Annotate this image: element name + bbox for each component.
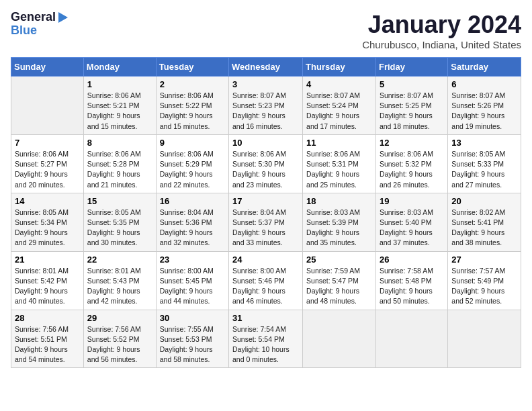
day-number: 23 bbox=[160, 255, 225, 265]
day-number: 10 bbox=[232, 138, 299, 148]
calendar-cell: 29Sunrise: 7:56 AMSunset: 5:52 PMDayligh… bbox=[83, 310, 156, 368]
calendar-cell: 27Sunrise: 7:57 AMSunset: 5:49 PMDayligh… bbox=[448, 251, 521, 310]
calendar-cell bbox=[303, 310, 376, 368]
calendar-cell: 23Sunrise: 8:00 AMSunset: 5:45 PMDayligh… bbox=[156, 251, 228, 310]
calendar-table: SundayMondayTuesdayWednesdayThursdayFrid… bbox=[11, 57, 521, 368]
header-thursday: Thursday bbox=[303, 58, 376, 77]
day-info: Sunrise: 8:07 AMSunset: 5:25 PMDaylight:… bbox=[380, 91, 444, 132]
day-info: Sunrise: 8:06 AMSunset: 5:32 PMDaylight:… bbox=[380, 149, 444, 190]
day-info: Sunrise: 7:55 AMSunset: 5:53 PMDaylight:… bbox=[160, 324, 225, 365]
day-info: Sunrise: 8:05 AMSunset: 5:35 PMDaylight:… bbox=[87, 208, 152, 248]
day-info: Sunrise: 8:05 AMSunset: 5:33 PMDaylight:… bbox=[451, 149, 517, 190]
day-info: Sunrise: 7:56 AMSunset: 5:51 PMDaylight:… bbox=[15, 324, 80, 365]
calendar-cell: 6Sunrise: 8:07 AMSunset: 5:26 PMDaylight… bbox=[448, 77, 521, 135]
calendar-cell: 17Sunrise: 8:04 AMSunset: 5:37 PMDayligh… bbox=[229, 193, 303, 251]
calendar-cell: 13Sunrise: 8:05 AMSunset: 5:33 PMDayligh… bbox=[448, 134, 521, 193]
day-number: 22 bbox=[87, 255, 152, 265]
day-info: Sunrise: 8:06 AMSunset: 5:31 PMDaylight:… bbox=[306, 149, 372, 190]
day-info: Sunrise: 8:04 AMSunset: 5:36 PMDaylight:… bbox=[160, 208, 225, 248]
day-number: 17 bbox=[232, 196, 299, 206]
day-info: Sunrise: 8:06 AMSunset: 5:22 PMDaylight:… bbox=[160, 91, 225, 132]
calendar-cell: 3Sunrise: 8:07 AMSunset: 5:23 PMDaylight… bbox=[229, 77, 303, 135]
day-info: Sunrise: 7:59 AMSunset: 5:47 PMDaylight:… bbox=[306, 266, 372, 307]
calendar-cell: 31Sunrise: 7:54 AMSunset: 5:54 PMDayligh… bbox=[229, 310, 303, 368]
day-number: 21 bbox=[15, 255, 80, 265]
calendar-cell bbox=[11, 77, 84, 135]
day-info: Sunrise: 7:54 AMSunset: 5:54 PMDaylight:… bbox=[232, 324, 299, 365]
calendar-cell: 30Sunrise: 7:55 AMSunset: 5:53 PMDayligh… bbox=[156, 310, 228, 368]
calendar-cell: 10Sunrise: 8:06 AMSunset: 5:30 PMDayligh… bbox=[229, 134, 303, 193]
day-info: Sunrise: 8:03 AMSunset: 5:40 PMDaylight:… bbox=[380, 208, 444, 248]
calendar-cell: 16Sunrise: 8:04 AMSunset: 5:36 PMDayligh… bbox=[156, 193, 228, 251]
calendar-cell: 2Sunrise: 8:06 AMSunset: 5:22 PMDaylight… bbox=[156, 77, 228, 135]
calendar-header-row: SundayMondayTuesdayWednesdayThursdayFrid… bbox=[11, 58, 521, 77]
day-number: 18 bbox=[306, 196, 372, 206]
logo-text-blue: Blue bbox=[11, 24, 37, 38]
calendar-cell: 11Sunrise: 8:06 AMSunset: 5:31 PMDayligh… bbox=[303, 134, 376, 193]
calendar-week-2: 7Sunrise: 8:06 AMSunset: 5:27 PMDaylight… bbox=[11, 134, 521, 193]
calendar-cell: 18Sunrise: 8:03 AMSunset: 5:39 PMDayligh… bbox=[303, 193, 376, 251]
day-info: Sunrise: 8:03 AMSunset: 5:39 PMDaylight:… bbox=[306, 208, 372, 248]
logo-arrow-icon bbox=[58, 12, 68, 23]
calendar-week-5: 28Sunrise: 7:56 AMSunset: 5:51 PMDayligh… bbox=[11, 310, 521, 368]
calendar-cell: 22Sunrise: 8:01 AMSunset: 5:43 PMDayligh… bbox=[83, 251, 156, 310]
day-number: 16 bbox=[160, 196, 225, 206]
header-sunday: Sunday bbox=[11, 58, 84, 77]
calendar-cell: 8Sunrise: 8:06 AMSunset: 5:28 PMDaylight… bbox=[83, 134, 156, 193]
day-info: Sunrise: 8:04 AMSunset: 5:37 PMDaylight:… bbox=[232, 208, 299, 248]
day-number: 15 bbox=[87, 196, 152, 206]
day-info: Sunrise: 8:00 AMSunset: 5:46 PMDaylight:… bbox=[232, 266, 299, 307]
day-number: 6 bbox=[451, 79, 517, 89]
calendar-cell: 28Sunrise: 7:56 AMSunset: 5:51 PMDayligh… bbox=[11, 310, 84, 368]
day-number: 7 bbox=[15, 138, 80, 148]
day-number: 5 bbox=[380, 79, 444, 89]
day-info: Sunrise: 8:01 AMSunset: 5:43 PMDaylight:… bbox=[87, 266, 152, 307]
day-info: Sunrise: 8:06 AMSunset: 5:29 PMDaylight:… bbox=[160, 149, 225, 190]
calendar-cell: 20Sunrise: 8:02 AMSunset: 5:41 PMDayligh… bbox=[448, 193, 521, 251]
day-info: Sunrise: 8:06 AMSunset: 5:21 PMDaylight:… bbox=[87, 91, 152, 132]
day-info: Sunrise: 8:06 AMSunset: 5:30 PMDaylight:… bbox=[232, 149, 299, 190]
calendar-cell: 21Sunrise: 8:01 AMSunset: 5:42 PMDayligh… bbox=[11, 251, 84, 310]
day-number: 24 bbox=[232, 255, 299, 265]
day-number: 14 bbox=[15, 196, 80, 206]
calendar-week-1: 1Sunrise: 8:06 AMSunset: 5:21 PMDaylight… bbox=[11, 77, 521, 135]
day-number: 13 bbox=[451, 138, 517, 148]
calendar-cell: 24Sunrise: 8:00 AMSunset: 5:46 PMDayligh… bbox=[229, 251, 303, 310]
day-number: 1 bbox=[87, 79, 152, 89]
header-friday: Friday bbox=[375, 58, 447, 77]
calendar-cell: 9Sunrise: 8:06 AMSunset: 5:29 PMDaylight… bbox=[156, 134, 228, 193]
calendar-week-4: 21Sunrise: 8:01 AMSunset: 5:42 PMDayligh… bbox=[11, 251, 521, 310]
header-wednesday: Wednesday bbox=[229, 58, 303, 77]
day-info: Sunrise: 7:58 AMSunset: 5:48 PMDaylight:… bbox=[380, 266, 444, 307]
month-title: January 2024 bbox=[362, 11, 521, 39]
calendar-cell: 15Sunrise: 8:05 AMSunset: 5:35 PMDayligh… bbox=[83, 193, 156, 251]
day-info: Sunrise: 8:07 AMSunset: 5:23 PMDaylight:… bbox=[232, 91, 299, 132]
day-number: 19 bbox=[380, 196, 444, 206]
day-number: 8 bbox=[87, 138, 152, 148]
calendar-cell bbox=[448, 310, 521, 368]
day-number: 29 bbox=[87, 313, 152, 323]
day-number: 31 bbox=[232, 313, 299, 323]
header-monday: Monday bbox=[83, 58, 156, 77]
day-info: Sunrise: 8:07 AMSunset: 5:26 PMDaylight:… bbox=[451, 91, 517, 132]
calendar-cell: 19Sunrise: 8:03 AMSunset: 5:40 PMDayligh… bbox=[375, 193, 447, 251]
day-number: 27 bbox=[451, 255, 517, 265]
calendar-cell: 4Sunrise: 8:07 AMSunset: 5:24 PMDaylight… bbox=[303, 77, 376, 135]
day-info: Sunrise: 8:05 AMSunset: 5:34 PMDaylight:… bbox=[15, 208, 80, 248]
day-number: 9 bbox=[160, 138, 225, 148]
day-number: 20 bbox=[451, 196, 517, 206]
day-number: 30 bbox=[160, 313, 225, 323]
day-info: Sunrise: 7:57 AMSunset: 5:49 PMDaylight:… bbox=[451, 266, 517, 307]
title-block: January 2024 Churubusco, Indiana, United… bbox=[362, 11, 521, 50]
calendar-cell: 7Sunrise: 8:06 AMSunset: 5:27 PMDaylight… bbox=[11, 134, 84, 193]
calendar-cell: 5Sunrise: 8:07 AMSunset: 5:25 PMDaylight… bbox=[375, 77, 447, 135]
day-number: 2 bbox=[160, 79, 225, 89]
header-saturday: Saturday bbox=[448, 58, 521, 77]
day-number: 28 bbox=[15, 313, 80, 323]
day-number: 25 bbox=[306, 255, 372, 265]
calendar-cell: 12Sunrise: 8:06 AMSunset: 5:32 PMDayligh… bbox=[375, 134, 447, 193]
calendar-cell: 1Sunrise: 8:06 AMSunset: 5:21 PMDaylight… bbox=[83, 77, 156, 135]
calendar-week-3: 14Sunrise: 8:05 AMSunset: 5:34 PMDayligh… bbox=[11, 193, 521, 251]
header-tuesday: Tuesday bbox=[156, 58, 228, 77]
day-number: 26 bbox=[380, 255, 444, 265]
